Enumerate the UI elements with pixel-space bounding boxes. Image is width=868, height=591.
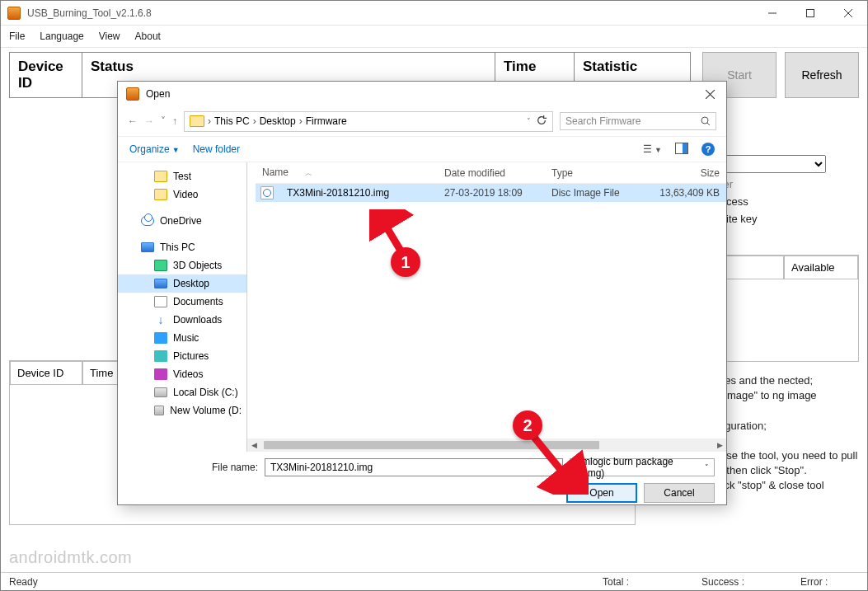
- nav-item-music[interactable]: Music: [118, 329, 246, 347]
- scroll-left-icon[interactable]: ◀: [247, 441, 260, 449]
- nav-back-icon[interactable]: ←: [128, 115, 138, 127]
- nav-item-test[interactable]: Test: [118, 167, 246, 185]
- status-success: Success :: [693, 576, 792, 588]
- nav-item-pictures[interactable]: Pictures: [118, 347, 246, 365]
- col-size[interactable]: Size: [644, 167, 726, 179]
- chevron-down-icon: ˅: [705, 463, 709, 471]
- svg-point-6: [701, 117, 708, 124]
- nav-item-onedrive[interactable]: OneDrive: [118, 212, 246, 230]
- nav-item-3d-objects[interactable]: 3D Objects: [118, 256, 246, 274]
- 3d-icon: [154, 260, 167, 271]
- col-device-id: Device ID: [10, 53, 82, 97]
- search-icon: [701, 116, 711, 126]
- view-mode-icon[interactable]: ☰ ▼: [643, 143, 662, 155]
- status-error: Error :: [792, 576, 867, 588]
- maximize-button[interactable]: [791, 1, 829, 26]
- dialog-toolbar: Organize▼ New folder ☰ ▼ ?: [118, 136, 726, 162]
- music-icon: [154, 332, 167, 344]
- close-button[interactable]: [829, 1, 867, 26]
- menubar: File Language View About: [1, 26, 867, 48]
- preview-pane-icon[interactable]: [675, 143, 688, 157]
- dialog-titlebar: Open: [118, 82, 726, 106]
- organize-button[interactable]: Organize▼: [129, 143, 180, 155]
- dialog-close-button[interactable]: [693, 82, 726, 106]
- col-name: Name︿: [256, 167, 438, 179]
- folder-icon: [154, 171, 167, 182]
- column-header[interactable]: Name︿ Date modified Type Size: [256, 162, 726, 184]
- col-type[interactable]: Type: [545, 167, 644, 179]
- doc-icon: [154, 296, 167, 307]
- nav-recent-icon[interactable]: ˅: [161, 115, 166, 127]
- search-input[interactable]: Search Firmware: [560, 112, 716, 130]
- menu-view[interactable]: View: [99, 30, 120, 42]
- nav-item-local-disk-c-[interactable]: Local Disk (C:): [118, 383, 246, 401]
- video-icon: [154, 368, 167, 380]
- nav-item-desktop[interactable]: Desktop: [118, 274, 246, 293]
- disk-icon: [154, 406, 164, 415]
- nav-item-video[interactable]: Video: [118, 185, 246, 204]
- filename-label: File name:: [212, 462, 258, 473]
- svg-rect-1: [807, 9, 814, 16]
- open-file-dialog: Open ← → ˅ ↑ › This PC › Desktop › Firmw…: [117, 81, 727, 505]
- svg-line-11: [533, 435, 569, 480]
- cloud-icon: [141, 216, 154, 226]
- bc-thispc[interactable]: This PC: [214, 115, 250, 127]
- search-placeholder: Search Firmware: [565, 115, 640, 127]
- down-icon: ↓: [154, 314, 167, 326]
- nav-item-downloads[interactable]: ↓Downloads: [118, 311, 246, 329]
- scroll-right-icon[interactable]: ▶: [713, 441, 726, 449]
- file-list[interactable]: Name︿ Date modified Type Size TX3Mini-20…: [247, 162, 726, 452]
- svg-rect-9: [683, 143, 687, 153]
- svg-line-7: [707, 123, 710, 125]
- annotation-marker-1: 1: [391, 247, 420, 277]
- nav-item-this-pc[interactable]: This PC: [118, 238, 246, 256]
- nav-item-videos[interactable]: Videos: [118, 365, 246, 383]
- menu-language[interactable]: Language: [40, 30, 83, 42]
- key-col-available: Available: [784, 256, 858, 279]
- pic-icon: [154, 350, 167, 362]
- menu-about[interactable]: About: [135, 30, 161, 42]
- titlebar: USB_Burning_Tool_v2.1.6.8: [1, 1, 867, 26]
- dialog-title: Open: [146, 88, 170, 100]
- dialog-icon: [126, 87, 139, 101]
- nav-forward-icon: →: [144, 115, 154, 127]
- col-date[interactable]: Date modified: [438, 167, 545, 179]
- app-icon: [7, 7, 21, 20]
- status-ready: Ready: [1, 576, 594, 588]
- refresh-icon[interactable]: [536, 115, 547, 129]
- status-total: Total :: [594, 576, 693, 588]
- monitor-icon: [154, 279, 167, 288]
- bc-desktop[interactable]: Desktop: [260, 115, 296, 127]
- new-folder-button[interactable]: New folder: [193, 143, 240, 155]
- disc-image-icon: [260, 186, 274, 199]
- dialog-nav: ← → ˅ ↑ › This PC › Desktop › Firmware ˅…: [118, 106, 726, 136]
- log-col-device: Device ID: [10, 361, 82, 385]
- sort-asc-icon: ︿: [305, 169, 312, 177]
- file-row[interactable]: TX3Mini-20181210.img27-03-2019 18:09Disc…: [256, 184, 726, 202]
- minimize-button[interactable]: [753, 1, 791, 26]
- breadcrumb[interactable]: › This PC › Desktop › Firmware ˅: [184, 111, 553, 132]
- bc-firmware[interactable]: Firmware: [306, 115, 347, 127]
- annotation-marker-2: 2: [513, 410, 542, 440]
- statusbar: Ready Total : Success : Error :: [1, 572, 867, 590]
- help-icon[interactable]: ?: [701, 143, 715, 156]
- folder-icon: [190, 115, 204, 127]
- filetype-filter[interactable]: Amlogic burn package (*.img) ˅: [570, 458, 715, 476]
- folder-icon: [154, 189, 167, 200]
- horizontal-scrollbar[interactable]: ◀ ▶: [247, 439, 726, 452]
- nav-tree[interactable]: TestVideoOneDriveThis PC3D ObjectsDeskto…: [118, 162, 246, 452]
- window-title: USB_Burning_Tool_v2.1.6.8: [27, 7, 152, 19]
- refresh-button[interactable]: Refresh: [785, 52, 859, 98]
- watermark: androidmtk.com: [9, 548, 132, 567]
- breadcrumb-drop-icon[interactable]: ˅: [527, 117, 531, 125]
- menu-file[interactable]: File: [9, 30, 25, 42]
- disk-icon: [154, 387, 167, 397]
- nav-item-documents[interactable]: Documents: [118, 293, 246, 311]
- monitor-icon: [141, 242, 154, 252]
- nav-item-new-volume-d-[interactable]: New Volume (D:: [118, 401, 246, 420]
- nav-up-icon[interactable]: ↑: [172, 115, 177, 127]
- filename-input[interactable]: [265, 458, 563, 476]
- cancel-button[interactable]: Cancel: [644, 483, 715, 503]
